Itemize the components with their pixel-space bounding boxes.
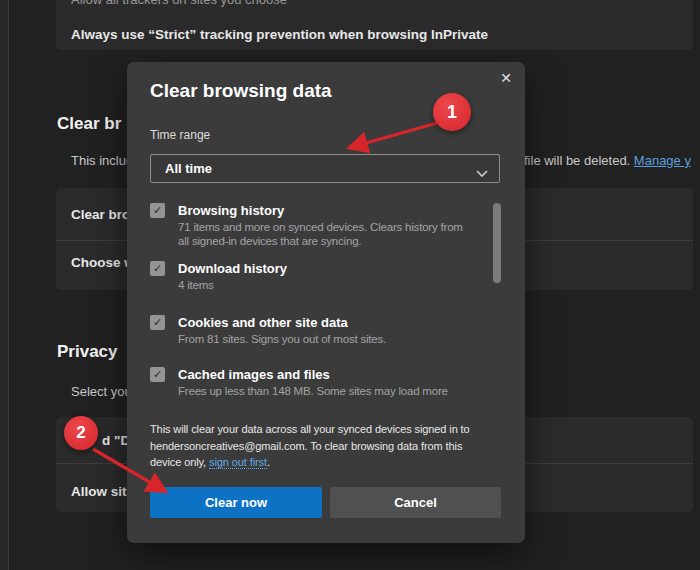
list-item-cached-images: ✓ Cached images and files Frees up less …: [150, 367, 502, 399]
sync-warning-text-part: device only,: [150, 456, 209, 468]
checkbox-checked-icon[interactable]: ✓: [150, 367, 165, 382]
manage-your-data-link[interactable]: Manage y: [634, 153, 691, 168]
item-label: Cookies and other site data: [178, 315, 502, 330]
sidebar-edge: [0, 0, 9, 570]
choose-what-to-clear-row[interactable]: Choose w: [71, 255, 135, 270]
close-icon[interactable]: ✕: [500, 70, 512, 86]
item-label: Download history: [178, 261, 502, 276]
sync-warning-text: This will clear your data across all you…: [150, 421, 470, 471]
item-description-line: 71 items and more on synced devices. Cle…: [178, 221, 502, 235]
annotation-step-2-badge: 2: [64, 416, 98, 450]
checkbox-checked-icon[interactable]: ✓: [150, 315, 165, 330]
item-description-line: all signed-in devices that are syncing.: [178, 235, 502, 249]
clear-section-description-right: file will be deleted. Manage y: [524, 153, 691, 168]
scrollbar-thumb[interactable]: [493, 203, 501, 283]
item-label: Browsing history: [178, 203, 502, 218]
chevron-down-icon: [476, 164, 488, 182]
checkbox-checked-icon[interactable]: ✓: [150, 261, 165, 276]
clear-browsing-data-dialog: ✕ Clear browsing data Time range All tim…: [127, 62, 525, 543]
clear-browsing-data-now-row[interactable]: Clear bro: [71, 207, 130, 222]
list-item-download-history: ✓ Download history 4 items: [150, 261, 502, 293]
time-range-value: All time: [165, 161, 212, 176]
time-range-label: Time range: [150, 128, 210, 142]
annotation-step-1-badge: 1: [433, 93, 471, 131]
item-description: From 81 sites. Signs you out of most sit…: [178, 333, 502, 347]
clear-browsing-data-section-heading: Clear br: [57, 114, 121, 134]
sync-warning-line: hendersoncreatives@gmail.com. To clear b…: [150, 438, 470, 455]
clear-section-description-text: file will be deleted.: [524, 153, 634, 168]
allow-trackers-option[interactable]: Allow all trackers on sites you choose: [71, 0, 287, 7]
sync-warning-text-part: .: [267, 456, 270, 468]
clear-now-button[interactable]: Clear now: [150, 487, 322, 518]
do-not-track-row[interactable]: d "D: [102, 433, 130, 448]
privacy-section-heading: Privacy: [57, 342, 118, 362]
item-description: Frees up less than 148 MB. Some sites ma…: [178, 385, 502, 399]
sync-warning-line: This will clear your data across all you…: [150, 421, 470, 438]
item-label: Cached images and files: [178, 367, 502, 382]
allow-sites-payment-row[interactable]: Allow sit: [71, 484, 127, 499]
sign-out-first-link[interactable]: sign out first: [209, 456, 267, 469]
list-item-cookies: ✓ Cookies and other site data From 81 si…: [150, 315, 502, 347]
tracking-prevention-card: Allow all trackers on sites you choose A…: [56, 0, 693, 50]
strict-inprivate-option[interactable]: Always use “Strict” tracking prevention …: [71, 27, 488, 42]
time-range-dropdown[interactable]: All time: [150, 154, 500, 183]
item-description: 4 items: [178, 279, 502, 293]
item-description: 71 items and more on synced devices. Cle…: [178, 221, 502, 248]
sync-warning-line: device only, sign out first.: [150, 454, 470, 471]
list-item-browsing-history: ✓ Browsing history 71 items and more on …: [150, 203, 502, 248]
cancel-button[interactable]: Cancel: [330, 487, 501, 518]
dialog-title: Clear browsing data: [150, 80, 332, 102]
edge-settings-screen: Allow all trackers on sites you choose A…: [0, 0, 700, 570]
checkbox-checked-icon[interactable]: ✓: [150, 203, 165, 218]
